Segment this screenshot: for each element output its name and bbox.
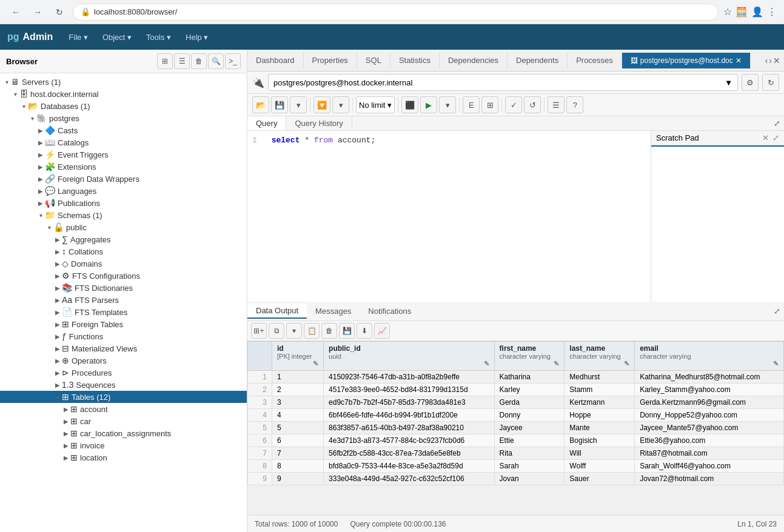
- cell-email[interactable]: Donny_Hoppe52@yahoo.com: [635, 409, 784, 422]
- tree-arrow-publications[interactable]: ▶: [36, 200, 45, 207]
- tree-arrow-fts_templates[interactable]: ▶: [53, 309, 62, 316]
- tree-arrow-sequences[interactable]: ▶: [53, 382, 62, 388]
- tab-close-all[interactable]: ✕: [773, 56, 780, 65]
- tree-arrow-host[interactable]: ▾: [11, 91, 19, 98]
- tree-item-car[interactable]: ▶ ⊞ car: [0, 415, 247, 427]
- tree-arrow-functions[interactable]: ▶: [53, 333, 62, 340]
- tree-item-public[interactable]: ▾ 🔓 public: [0, 221, 247, 233]
- tree-item-catalogs[interactable]: ▶ 📖 Catalogs: [0, 136, 247, 148]
- help-menu[interactable]: Help ▾: [179, 30, 214, 44]
- commit-button[interactable]: ✓: [505, 96, 522, 113]
- tree-item-operators[interactable]: ▶ ⊕ Operators: [0, 354, 247, 367]
- tree-item-event_triggers[interactable]: ▶ ⚡ Event Triggers: [0, 148, 247, 161]
- editor-expand-button[interactable]: ⤢: [774, 119, 780, 128]
- tree-item-functions[interactable]: ▶ ƒ Functions: [0, 330, 247, 342]
- tree-item-postgres[interactable]: ▾ 🐘 postgres: [0, 112, 247, 124]
- tree-arrow-servers[interactable]: ▾: [2, 79, 11, 85]
- table-row[interactable]: 6 6 4e3d71b3-a873-4577-884c-bc9237fcb0d6…: [248, 434, 784, 447]
- cell-first_name[interactable]: Karley: [494, 384, 565, 396]
- search-button[interactable]: 🔍: [208, 53, 224, 69]
- tree-arrow-casts[interactable]: ▶: [36, 127, 45, 134]
- tree-item-materialized_views[interactable]: ▶ ⊟ Materialized Views: [0, 342, 247, 354]
- tree-item-fts_configurations[interactable]: ▶ ⚙ FTS Configurations: [0, 270, 247, 282]
- save-dropdown-button[interactable]: ▾: [290, 96, 307, 113]
- menu-icon[interactable]: ⋮: [767, 6, 777, 18]
- col-header-first_name[interactable]: first_name character varying ✎: [494, 342, 565, 371]
- cell-first_name[interactable]: Katharina: [494, 371, 565, 384]
- explain-analyze-button[interactable]: ⊞: [481, 96, 498, 113]
- tree-item-procedures[interactable]: ▶ ⊳ Procedures: [0, 367, 247, 379]
- table-row[interactable]: 1 1 4150923f-7546-47db-a31b-a0f8a2b9effe…: [248, 371, 784, 384]
- cell-first_name[interactable]: Jovan: [494, 473, 565, 485]
- rollback-button[interactable]: ↺: [524, 96, 541, 113]
- bookmark-icon[interactable]: ☆: [723, 6, 732, 18]
- tree-arrow-postgres[interactable]: ▾: [28, 115, 36, 122]
- object-menu[interactable]: Object ▾: [96, 30, 138, 44]
- tree-item-casts[interactable]: ▶ 🔷 Casts: [0, 124, 247, 136]
- table-row[interactable]: 2 2 4517e383-9ee0-4652-bd84-831799d1315d…: [248, 384, 784, 396]
- copy-dropdown-button[interactable]: ▾: [286, 323, 302, 339]
- table-row[interactable]: 5 5 863f3857-a615-40b3-b497-28af38a90210…: [248, 422, 784, 434]
- cell-last_name[interactable]: Bogisich: [565, 434, 635, 447]
- cell-last_name[interactable]: Mante: [565, 422, 635, 434]
- tree-arrow-aggregates[interactable]: ▶: [53, 236, 62, 243]
- cell-email[interactable]: Katharina_Medhurst85@hotmail.com: [635, 371, 784, 384]
- macro-button[interactable]: ☰: [548, 96, 565, 113]
- tree-item-collations[interactable]: ▶ ↕ Collations: [0, 245, 247, 258]
- refresh-conn-button[interactable]: ↻: [762, 74, 779, 91]
- cell-id[interactable]: 7: [272, 447, 324, 460]
- cell-email[interactable]: Karley_Stamm@yahoo.com: [635, 384, 784, 396]
- col-header-public_id[interactable]: public_id uuid ✎: [324, 342, 495, 371]
- cell-last_name[interactable]: Sauer: [565, 473, 635, 485]
- scratch-pad-content[interactable]: [651, 147, 784, 302]
- chart-button[interactable]: 📈: [374, 323, 390, 339]
- table-row[interactable]: 8 8 bfd8a0c9-7533-444e-83ce-a5e3a2f8d59d…: [248, 460, 784, 473]
- cell-email[interactable]: Gerda.Kertzmann96@gmail.com: [635, 396, 784, 409]
- tree-arrow-databases[interactable]: ▾: [19, 103, 28, 110]
- tree-arrow-account[interactable]: ▶: [62, 406, 70, 413]
- tree-arrow-materialized_views[interactable]: ▶: [53, 345, 62, 352]
- connection-settings-button[interactable]: ⚙: [742, 74, 759, 91]
- limit-selector[interactable]: No limit ▾: [356, 96, 395, 113]
- cell-id[interactable]: 5: [272, 422, 324, 434]
- tree-arrow-schemas[interactable]: ▾: [36, 212, 45, 219]
- tree-arrow-car_location_assignments[interactable]: ▶: [62, 430, 70, 437]
- run-button[interactable]: ▶: [420, 96, 437, 113]
- cell-email[interactable]: Sarah_Wolff46@yahoo.com: [635, 460, 784, 473]
- tree-item-host[interactable]: ▾ 🗄 host.docker.internal: [0, 88, 247, 100]
- tab-query-editor[interactable]: 🖼 postgres/postgres@host.doc ✕: [622, 53, 751, 68]
- col-header-last_name[interactable]: last_name character varying ✎: [565, 342, 635, 371]
- tree-arrow-tables[interactable]: ▾: [53, 394, 62, 401]
- address-bar[interactable]: 🔒 localhost:8080/browser/: [73, 4, 719, 21]
- tree-item-sequences[interactable]: ▶ 1.3 Sequences: [0, 379, 247, 391]
- tree-item-location[interactable]: ▶ ⊞ location: [0, 451, 247, 464]
- cell-public_id[interactable]: 56fb2f2b-c588-43cc-87ea-73da6e5e8feb: [324, 447, 495, 460]
- run-dropdown-button[interactable]: ▾: [439, 96, 456, 113]
- tree-arrow-foreign_data_wrappers[interactable]: ▶: [36, 176, 45, 182]
- open-file-button[interactable]: 📂: [252, 96, 269, 113]
- tree-arrow-extensions[interactable]: ▶: [36, 164, 45, 170]
- save-data-button[interactable]: 💾: [339, 323, 355, 339]
- data-output-tab[interactable]: Data Output: [247, 304, 307, 319]
- tree-arrow-foreign_tables[interactable]: ▶: [53, 321, 62, 328]
- messages-tab[interactable]: Messages: [307, 304, 360, 318]
- cell-public_id[interactable]: bfd8a0c9-7533-444e-83ce-a5e3a2f8d59d: [324, 460, 495, 473]
- tree-item-languages[interactable]: ▶ 💬 Languages: [0, 185, 247, 197]
- tab-dependencies[interactable]: Dependencies: [440, 52, 508, 68]
- tree-item-servers[interactable]: ▾ 🖥 Servers (1): [0, 76, 247, 88]
- extension-icon[interactable]: 🧮: [735, 6, 748, 18]
- cell-first_name[interactable]: Rita: [494, 447, 565, 460]
- col-header-id[interactable]: id [PK] integer ✎: [272, 342, 324, 371]
- tree-arrow-fts_dictionaries[interactable]: ▶: [53, 285, 62, 291]
- cell-first_name[interactable]: Sarah: [494, 460, 565, 473]
- tree-arrow-collations[interactable]: ▶: [53, 248, 62, 255]
- query-history-tab[interactable]: Query History: [286, 116, 352, 130]
- cell-public_id[interactable]: 863f3857-a615-40b3-b497-28af38a90210: [324, 422, 495, 434]
- cell-last_name[interactable]: Medhurst: [565, 371, 635, 384]
- cell-public_id[interactable]: 4517e383-9ee0-4652-bd84-831799d1315d: [324, 384, 495, 396]
- cell-id[interactable]: 6: [272, 434, 324, 447]
- file-menu[interactable]: File ▾: [62, 30, 94, 44]
- tree-item-aggregates[interactable]: ▶ ∑ Aggregates: [0, 233, 247, 245]
- cell-last_name[interactable]: Stamm: [565, 384, 635, 396]
- cell-public_id[interactable]: ed9c7b7b-7b2f-45b7-85d3-77983da481e3: [324, 396, 495, 409]
